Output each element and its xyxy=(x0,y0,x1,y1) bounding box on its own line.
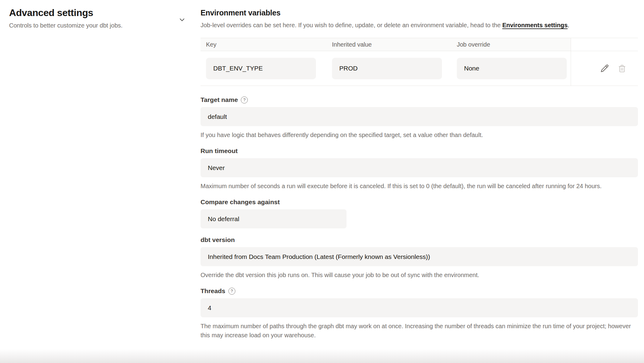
advanced-settings-panel: Advanced settings Controls to better cus… xyxy=(9,7,173,29)
run-timeout-label: Run timeout xyxy=(201,147,638,155)
dbt-version-label-text: dbt version xyxy=(201,236,235,244)
target-name-field-block: Target name ? If you have logic that beh… xyxy=(201,96,638,139)
column-header-job-override: Job override xyxy=(451,38,571,51)
dbt-version-label: dbt version xyxy=(201,236,638,244)
dbt-version-helper: Override the dbt version this job runs o… xyxy=(201,270,638,280)
table-row xyxy=(201,51,638,86)
env-var-key-cell xyxy=(201,51,327,86)
threads-input[interactable] xyxy=(201,298,638,317)
threads-label: Threads ? xyxy=(201,287,638,295)
advanced-settings-content: Environment variables Job-level override… xyxy=(201,8,638,340)
edit-env-var-button[interactable] xyxy=(600,64,609,73)
env-vars-heading: Environment variables xyxy=(201,8,638,17)
column-header-inherited-value: Inherited value xyxy=(327,38,451,51)
env-var-override-cell xyxy=(451,51,571,86)
env-vars-description: Job-level overrides can be set here. If … xyxy=(201,21,638,29)
help-icon[interactable]: ? xyxy=(228,288,235,295)
compare-changes-field-block: Compare changes against xyxy=(201,198,638,228)
threads-field-block: Threads ? The maximum number of paths th… xyxy=(201,287,638,340)
trash-icon xyxy=(618,64,626,73)
run-timeout-field-block: Run timeout Maximum number of seconds a … xyxy=(201,147,638,191)
env-var-job-override-field[interactable] xyxy=(457,58,567,79)
env-vars-description-period: . xyxy=(568,22,569,28)
env-vars-table-header: Key Inherited value Job override xyxy=(201,38,638,51)
bottom-scroll-fade xyxy=(0,349,644,363)
dbt-version-field-block: dbt version Override the dbt version thi… xyxy=(201,236,638,280)
dbt-version-input[interactable] xyxy=(201,247,638,266)
page-subtitle: Controls to better customize your dbt jo… xyxy=(9,22,173,29)
advanced-settings-page: Advanced settings Controls to better cus… xyxy=(0,0,644,363)
threads-helper: The maximum number of paths through the … xyxy=(201,322,638,340)
collapse-section-button[interactable] xyxy=(177,15,187,25)
threads-label-text: Threads xyxy=(201,287,225,295)
compare-changes-label: Compare changes against xyxy=(201,198,638,206)
delete-env-var-button[interactable] xyxy=(618,64,626,73)
env-var-inherited-cell xyxy=(327,51,451,86)
column-header-actions xyxy=(571,38,638,51)
target-name-label: Target name ? xyxy=(201,96,638,103)
environments-settings-link[interactable]: Environments settings xyxy=(502,22,568,28)
help-icon[interactable]: ? xyxy=(241,96,248,103)
compare-changes-label-text: Compare changes against xyxy=(201,198,280,206)
pencil-icon xyxy=(600,64,609,73)
compare-changes-input[interactable] xyxy=(201,209,347,228)
run-timeout-input[interactable] xyxy=(201,158,638,177)
run-timeout-label-text: Run timeout xyxy=(201,147,237,155)
env-var-key-field xyxy=(206,58,316,79)
target-name-input[interactable] xyxy=(201,107,638,126)
target-name-label-text: Target name xyxy=(201,96,238,103)
env-vars-table: Key Inherited value Job override xyxy=(201,38,638,86)
chevron-down-icon xyxy=(178,16,186,24)
column-header-key: Key xyxy=(201,38,327,51)
page-title: Advanced settings xyxy=(9,7,173,18)
run-timeout-helper: Maximum number of seconds a run will exe… xyxy=(201,182,638,191)
env-var-actions-cell xyxy=(571,51,638,86)
env-var-inherited-value-field xyxy=(332,58,442,79)
env-vars-description-text: Job-level overrides can be set here. If … xyxy=(201,22,502,28)
target-name-helper: If you have logic that behaves different… xyxy=(201,130,638,139)
